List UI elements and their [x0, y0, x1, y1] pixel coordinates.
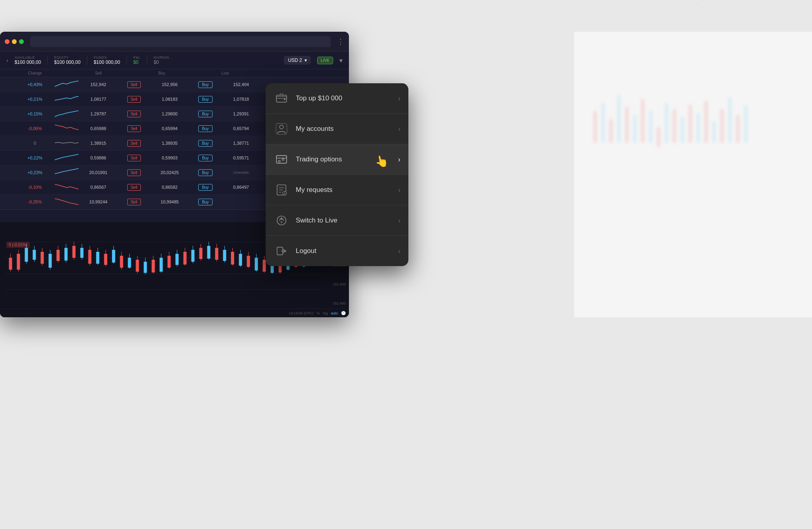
available-stat: AVAILABLE $100 000,00 — [15, 56, 41, 65]
buy-price: 1,29800 — [154, 111, 186, 116]
sell-price: 20,01991 — [82, 170, 114, 175]
funds-stat: FUNDS $100 000,00 — [94, 56, 120, 65]
buy-button-cell[interactable]: Buy — [186, 155, 225, 161]
buy-button[interactable]: Buy — [198, 184, 212, 191]
svg-point-119 — [284, 194, 285, 195]
back-arrow[interactable]: › — [6, 57, 8, 63]
buy-button[interactable]: Buy — [198, 155, 212, 161]
scale-auto[interactable]: auto — [331, 311, 338, 315]
sparkline-cell — [51, 197, 82, 207]
sell-button-cell[interactable]: Sell — [114, 169, 154, 176]
svg-point-109 — [278, 160, 280, 162]
col-header-sell-btn — [114, 71, 146, 75]
svg-point-121 — [281, 218, 283, 220]
svg-point-104 — [284, 98, 285, 100]
buy-button-cell[interactable]: Buy — [186, 111, 225, 117]
sell-price: 0,86567 — [82, 185, 114, 190]
menu-icon[interactable]: ⋮ — [337, 37, 344, 46]
buy-button-cell[interactable]: Buy — [186, 199, 225, 205]
window-header: ⋮ — [0, 32, 349, 52]
buy-button-cell[interactable]: Buy — [186, 169, 225, 176]
sell-button-cell[interactable]: Sell — [114, 199, 154, 205]
change-value: 0 — [19, 141, 51, 146]
low-price: Unavailab — [225, 171, 257, 174]
svg-rect-103 — [276, 96, 287, 98]
sell-button[interactable]: Sell — [127, 125, 141, 132]
sparkline-cell — [51, 138, 82, 148]
pnl-label: P&L — [133, 56, 141, 59]
sell-button[interactable]: Sell — [127, 96, 141, 103]
svg-rect-2 — [610, 119, 612, 143]
currency-chevron: ▾ — [304, 58, 307, 63]
sell-price: 0,59886 — [82, 155, 114, 160]
low-price: 152,404 — [225, 82, 257, 87]
change-value: +0,22% — [19, 155, 51, 160]
svg-rect-16 — [721, 109, 723, 143]
sell-button-cell[interactable]: Sell — [114, 155, 154, 161]
svg-rect-7 — [649, 111, 652, 143]
sell-button[interactable]: Sell — [127, 140, 141, 147]
col-header-sparkline — [51, 71, 82, 75]
menu-item-top-up[interactable]: Top up $10 000 › — [266, 83, 408, 114]
maximize-window-button[interactable] — [19, 39, 24, 44]
buy-button[interactable]: Buy — [198, 169, 212, 176]
equity-stat: EQUITY $100 000,00 — [54, 56, 80, 65]
menu-item-switch-to-live[interactable]: Switch to Live › — [266, 205, 408, 236]
wallet-icon — [275, 92, 288, 105]
sell-button-cell[interactable]: Sell — [114, 140, 154, 147]
divider-1 — [47, 56, 48, 65]
scale-log: log — [323, 311, 327, 315]
low-price: 1,29391 — [225, 111, 257, 116]
buy-button-cell[interactable]: Buy — [186, 125, 225, 132]
buy-button[interactable]: Buy — [198, 199, 212, 205]
buy-button-cell[interactable]: Buy — [186, 96, 225, 103]
menu-item-trading-options[interactable]: Trading options › — [266, 144, 408, 175]
buy-button-cell[interactable]: Buy — [186, 140, 225, 147]
sparkline-cell — [51, 94, 82, 104]
currency-selector[interactable]: USD 2 ▾ — [284, 56, 310, 65]
sell-button-cell[interactable]: Sell — [114, 111, 154, 117]
buy-button[interactable]: Buy — [198, 96, 212, 103]
minimize-window-button[interactable] — [12, 39, 17, 44]
margin-value: $0 — [153, 59, 169, 65]
buy-price: 1,38935 — [154, 141, 186, 146]
menu-item-my-accounts[interactable]: My accounts › — [266, 114, 408, 144]
clock-icon: 🕐 — [341, 311, 346, 315]
sell-button[interactable]: Sell — [127, 184, 141, 191]
buy-button[interactable]: Buy — [198, 81, 212, 88]
low-price: 0,59571 — [225, 155, 257, 160]
low-price: 0,65794 — [225, 126, 257, 131]
sparkline-cell — [51, 167, 82, 178]
sell-button[interactable]: Sell — [127, 169, 141, 176]
sell-button[interactable]: Sell — [127, 111, 141, 117]
buy-button[interactable]: Buy — [198, 125, 212, 132]
sell-button-cell[interactable]: Sell — [114, 96, 154, 103]
menu-item-logout[interactable]: Logout › — [266, 236, 408, 266]
sell-button-cell[interactable]: Sell — [114, 184, 154, 191]
menu-label-switch-to-live: Switch to Live — [296, 217, 392, 224]
buy-button[interactable]: Buy — [198, 111, 212, 117]
close-window-button[interactable] — [5, 39, 10, 44]
chart-pnl-badge: 5 (-0.01%) — [6, 242, 30, 248]
menu-label-logout: Logout — [296, 247, 392, 255]
buy-button-cell[interactable]: Buy — [186, 81, 225, 88]
sell-button-cell[interactable]: Sell — [114, 125, 154, 132]
divider-2 — [87, 56, 87, 65]
buy-button[interactable]: Buy — [198, 140, 212, 147]
sell-button[interactable]: Sell — [127, 199, 141, 205]
requests-icon — [275, 184, 288, 196]
buy-price: 1,08183 — [154, 97, 186, 102]
equity-label: EQUITY — [54, 56, 80, 59]
sell-button-cell[interactable]: Sell — [114, 81, 154, 88]
sell-button[interactable]: Sell — [127, 81, 141, 88]
more-options-icon[interactable]: ▾ — [339, 57, 343, 64]
search-bar[interactable] — [30, 36, 331, 47]
sell-button[interactable]: Sell — [127, 155, 141, 161]
buy-price: 10,99485 — [154, 199, 186, 204]
change-value: +0,23% — [19, 170, 51, 175]
col-header-empty — [3, 71, 19, 75]
menu-item-my-requests[interactable]: My requests › — [266, 175, 408, 205]
col-header-sell: Sell — [82, 71, 114, 75]
divider-4 — [147, 56, 147, 65]
buy-button-cell[interactable]: Buy — [186, 184, 225, 191]
